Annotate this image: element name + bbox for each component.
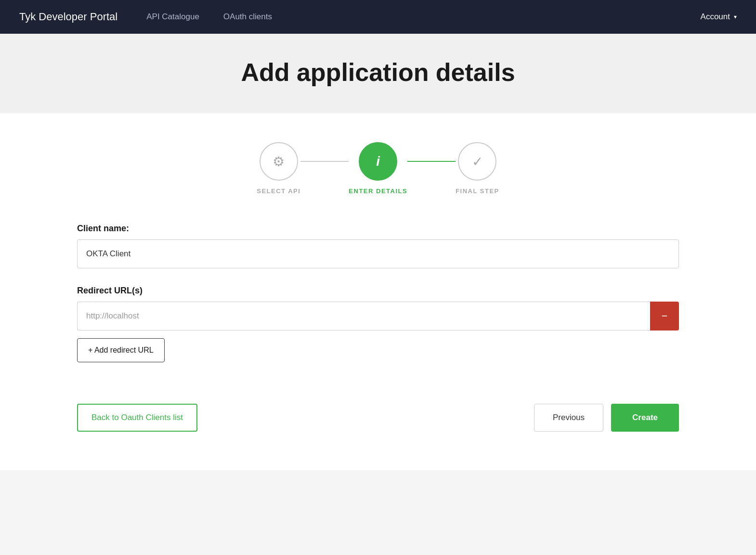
info-icon [376,154,380,169]
client-name-input[interactable] [77,239,679,268]
connector-2 [407,161,456,162]
redirect-urls-group: Redirect URL(s) − + Add redirect URL [77,286,679,386]
client-name-label: Client name: [77,224,679,234]
steps-wizard: SELECT API ENTER DETAILS FINAL STEP [77,142,679,195]
step-3-circle [458,142,496,181]
nav-link-api-catalogue[interactable]: API Catalogue [146,12,199,22]
back-to-oauth-clients-button[interactable]: Back to Oauth Clients list [77,404,197,432]
step-2-label: ENTER DETAILS [349,187,407,195]
nav-link-oauth-clients[interactable]: OAuth clients [223,12,272,22]
navbar-links: API Catalogue OAuth clients [146,12,700,22]
redirect-url-row: − [77,302,679,330]
redirect-url-input[interactable] [77,302,650,330]
check-icon [472,154,483,170]
step-1-circle [260,142,298,181]
step-1-label: SELECT API [257,187,300,195]
redirect-urls-label: Redirect URL(s) [77,286,679,296]
navbar: Tyk Developer Portal API Catalogue OAuth… [0,0,756,34]
step-2-circle [359,142,397,181]
remove-url-button[interactable]: − [650,302,679,330]
main-content: SELECT API ENTER DETAILS FINAL STEP Clie… [0,113,756,470]
create-button[interactable]: Create [611,404,679,432]
step-3-label: FINAL STEP [456,187,499,195]
account-label: Account [701,12,730,22]
page-title: Add application details [0,58,756,87]
client-name-group: Client name: [77,224,679,268]
right-actions: Previous Create [534,404,679,432]
previous-button[interactable]: Previous [534,404,603,432]
connector-1 [300,161,349,162]
step-enter-details: ENTER DETAILS [349,142,407,195]
step-select-api: SELECT API [257,142,300,195]
account-dropdown-arrow: ▾ [734,13,737,20]
add-redirect-url-button[interactable]: + Add redirect URL [77,338,165,362]
minus-icon: − [662,310,668,322]
form-section: Client name: Redirect URL(s) − + Add red… [77,224,679,432]
navbar-account[interactable]: Account ▾ [701,12,737,22]
page-header: Add application details [0,34,756,113]
step-final: FINAL STEP [456,142,499,195]
navbar-brand: Tyk Developer Portal [19,11,117,23]
gear-icon [273,154,285,170]
bottom-actions: Back to Oauth Clients list Previous Crea… [77,404,679,432]
